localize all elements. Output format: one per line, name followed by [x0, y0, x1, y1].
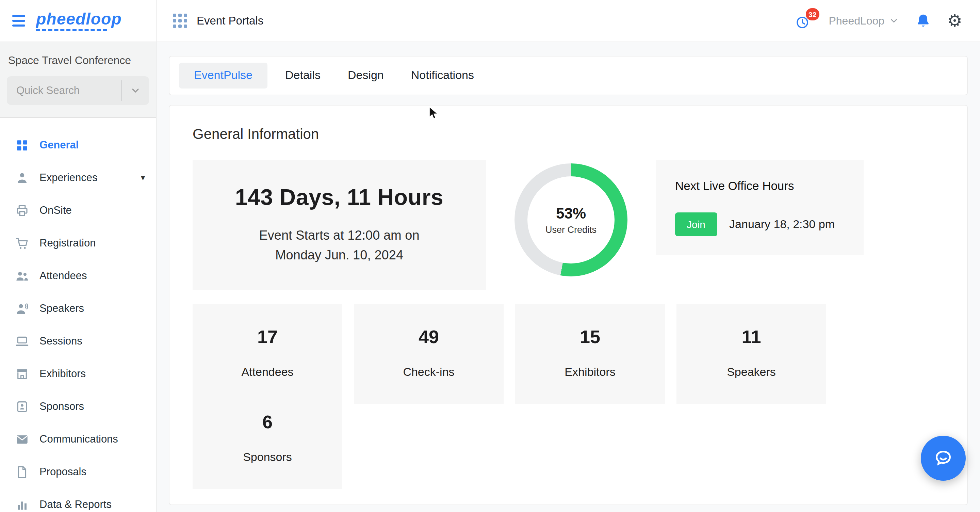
overview-row: 143 Days, 11 Hours Event Starts at 12:00… [192, 160, 944, 290]
chevron-down-icon [130, 85, 141, 96]
countdown-line2: Monday Jun. 10, 2024 [275, 248, 403, 262]
office-hours-time: January 18, 2:30 pm [729, 217, 835, 231]
countdown-title: 143 Days, 11 Hours [208, 185, 471, 211]
laptop-icon [15, 334, 29, 348]
cart-icon [15, 236, 29, 250]
pheedloop-logo[interactable]: pheedloop [36, 11, 122, 31]
user-credits-donut-wrap: 53% User Credits [486, 160, 656, 276]
sidebar-item-data-reports[interactable]: Data & Reports [0, 488, 156, 512]
stat-label: Attendees [192, 365, 342, 379]
countdown-line1: Event Starts at 12:00 am on [259, 228, 419, 242]
file-icon [15, 465, 29, 479]
sidebar-item-sponsors[interactable]: Sponsors [0, 390, 156, 423]
stat-value: 11 [676, 327, 826, 348]
tab-design[interactable]: Design [338, 63, 393, 89]
sidebar-item-label: Communications [40, 433, 118, 445]
quick-search-label: Quick Search [7, 76, 121, 105]
grid-icon [15, 138, 29, 152]
stats-row: 17Attendees6Sponsors49Check-ins15Exhibit… [192, 304, 944, 489]
page-title: Event Portals [197, 14, 263, 27]
tab-notifications[interactable]: Notifications [401, 63, 484, 89]
settings-gear-button[interactable]: ⚙ [947, 12, 962, 29]
topbar-right: 32 PheedLoop ⚙ [795, 12, 962, 30]
sidebar-item-label: General [40, 139, 79, 151]
sidebar-item-label: Experiences [40, 172, 98, 184]
mail-icon [15, 432, 29, 446]
stat-card[interactable]: 15Exhibitors [515, 304, 665, 404]
notifications-bell-button[interactable] [915, 13, 931, 29]
section-title: General Information [192, 126, 944, 142]
sidebar-item-label: Attendees [40, 270, 87, 282]
sidebar-item-proposals[interactable]: Proposals [0, 456, 156, 488]
sidebar-nav: GeneralExperiences▾OnSiteRegistrationAtt… [0, 118, 156, 512]
tab-eventpulse[interactable]: EventPulse [179, 63, 267, 89]
account-name: PheedLoop [829, 14, 885, 27]
person-icon [15, 171, 29, 185]
donut-center: 53% User Credits [527, 176, 614, 263]
stat-exhibitors: 15Exhibitors [515, 327, 665, 379]
sidebar-item-label: Data & Reports [40, 498, 111, 510]
credits-history-button[interactable]: 32 [795, 12, 812, 30]
stat-label: Speakers [676, 365, 826, 379]
apps-grid-icon[interactable] [173, 14, 187, 28]
quick-search[interactable]: Quick Search [7, 76, 149, 105]
sidebar-item-experiences[interactable]: Experiences▾ [0, 161, 156, 194]
chevron-down-icon [888, 16, 899, 26]
account-menu[interactable]: PheedLoop [829, 14, 899, 27]
stat-label: Sponsors [192, 451, 342, 464]
app-window: pheedloop Event Portals 32 PheedLoop [0, 0, 980, 512]
hamburger-menu-icon[interactable] [12, 15, 25, 27]
stat-check-ins: 49Check-ins [354, 327, 504, 379]
office-hours-panel: Next Live Office Hours Join January 18, … [656, 160, 864, 255]
quick-search-chevron[interactable] [122, 76, 149, 105]
sidebar-item-label: Registration [40, 237, 95, 249]
chat-widget-button[interactable] [921, 436, 966, 481]
logo-underline [36, 29, 107, 31]
printer-icon [15, 203, 29, 217]
people-icon [15, 269, 29, 283]
sidebar-item-general[interactable]: General [0, 129, 156, 161]
sidebar-item-attendees[interactable]: Attendees [0, 259, 156, 292]
notification-count-badge: 32 [806, 8, 819, 20]
countdown-panel: 143 Days, 11 Hours Event Starts at 12:00… [192, 160, 486, 290]
stat-label: Exhibitors [515, 365, 665, 379]
sidebar-item-exhibitors[interactable]: Exhibitors [0, 357, 156, 390]
sidebar-item-sessions[interactable]: Sessions [0, 325, 156, 357]
donut-percent: 53% [556, 205, 586, 223]
sidebar-item-label: Exhibitors [40, 368, 86, 380]
chat-bubble-icon [933, 448, 953, 469]
idbadge-icon [15, 399, 29, 414]
tab-details[interactable]: Details [275, 63, 330, 89]
store-icon [15, 367, 29, 381]
topbar-main: Event Portals 32 PheedLoop [156, 0, 980, 41]
sidebar-item-label: Proposals [40, 466, 86, 478]
sidebar-item-speakers[interactable]: Speakers [0, 292, 156, 325]
speaker-icon [15, 301, 29, 316]
countdown-subtitle: Event Starts at 12:00 am on Monday Jun. … [208, 225, 471, 266]
logo-text: pheedloop [36, 9, 122, 27]
stat-card[interactable]: 11Speakers [676, 304, 826, 404]
office-hours-title: Next Live Office Hours [675, 179, 845, 193]
stat-card[interactable]: 17Attendees6Sponsors [192, 304, 342, 489]
sidebar-item-label: Speakers [40, 302, 84, 314]
stat-sponsors: 6Sponsors [192, 412, 342, 464]
main-content: EventPulseDetailsDesignNotifications Gen… [156, 42, 980, 512]
stat-label: Check-ins [354, 365, 504, 379]
chevron-down-icon: ▾ [141, 173, 145, 182]
user-credits-donut-chart: 53% User Credits [514, 163, 627, 276]
eventpulse-panel: General Information 143 Days, 11 Hours E… [169, 105, 968, 505]
sidebar-item-onsite[interactable]: OnSite [0, 194, 156, 227]
sidebar-item-label: Sessions [40, 335, 82, 347]
sidebar-header: Space Travel Conference Quick Search [0, 42, 156, 118]
tab-strip: EventPulseDetailsDesignNotifications [169, 56, 968, 95]
chart-icon [15, 498, 29, 512]
gear-icon: ⚙ [947, 12, 962, 29]
stat-value: 17 [192, 327, 342, 348]
stat-speakers: 11Speakers [676, 327, 826, 379]
join-button[interactable]: Join [675, 212, 717, 236]
top-bar: pheedloop Event Portals 32 PheedLoop [0, 0, 980, 42]
sidebar-item-communications[interactable]: Communications [0, 423, 156, 456]
sidebar-item-registration[interactable]: Registration [0, 227, 156, 259]
donut-label: User Credits [546, 225, 597, 235]
stat-card[interactable]: 49Check-ins [354, 304, 504, 404]
